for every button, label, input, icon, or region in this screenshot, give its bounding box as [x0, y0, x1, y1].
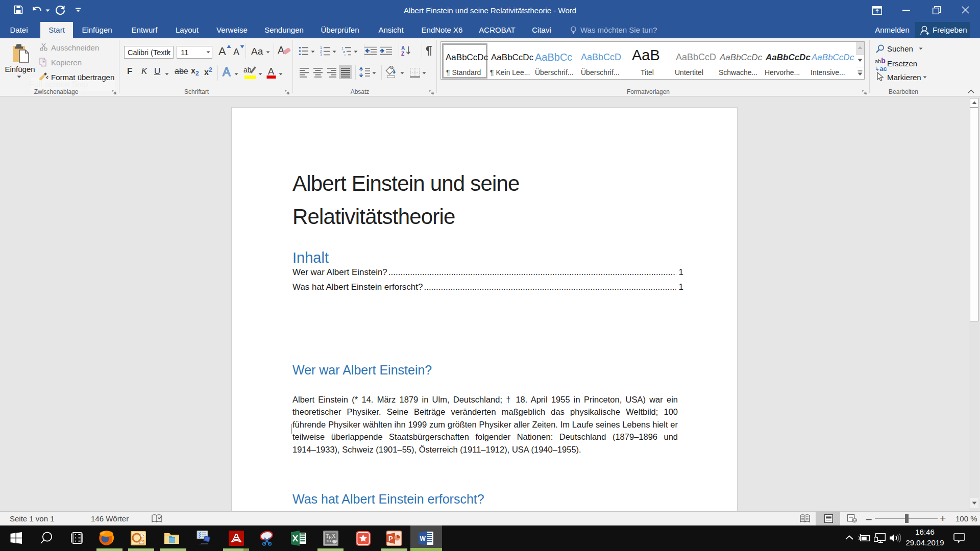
svg-text:Z: Z	[401, 51, 404, 56]
svg-text:a: a	[343, 50, 345, 54]
svg-text:P: P	[388, 535, 393, 542]
svg-text:i: i	[345, 54, 346, 56]
svg-text:1: 1	[341, 46, 344, 50]
svg-text:1: 1	[320, 46, 322, 49]
svg-text:A: A	[401, 45, 405, 51]
svg-text:W: W	[420, 535, 426, 542]
svg-text:3: 3	[320, 53, 322, 56]
svg-text:2: 2	[320, 49, 322, 53]
svg-text:MAKER: MAKER	[327, 540, 338, 543]
